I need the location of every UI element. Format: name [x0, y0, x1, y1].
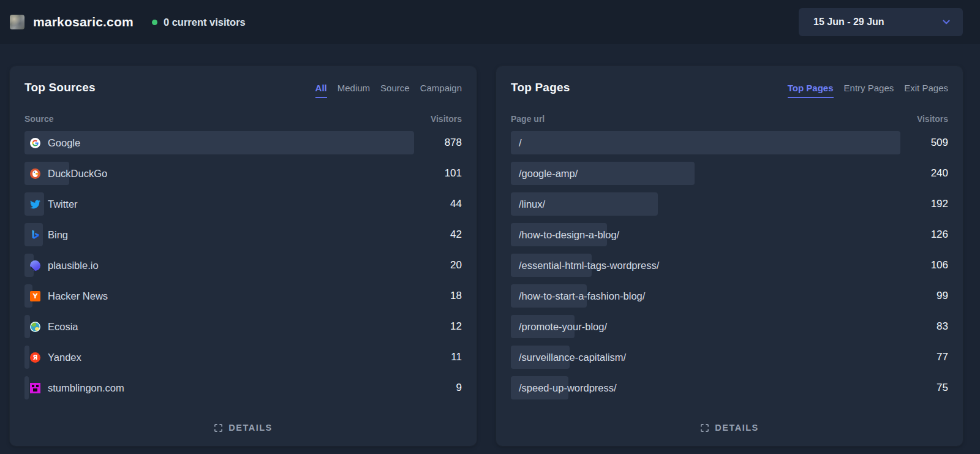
- row-visitors-value: 192: [931, 198, 948, 210]
- row-visitors-value: 878: [445, 137, 462, 149]
- column-header-visitors: Visitors: [431, 114, 462, 124]
- row-label: Google: [24, 137, 80, 149]
- top-bar: markosaric.com 0 current visitors 15 Jun…: [0, 0, 980, 44]
- expand-icon: [214, 423, 223, 433]
- page-row[interactable]: /essential-html-tags-wordpress/106: [511, 254, 948, 277]
- column-header-visitors: Visitors: [917, 114, 948, 124]
- row-label: Bing: [24, 229, 68, 241]
- date-range-label: 15 Jun - 29 Jun: [813, 17, 884, 28]
- row-visitors-value: 99: [937, 290, 948, 302]
- pages-row-list: /509/google-amp/240/linux/192/how-to-des…: [511, 131, 948, 399]
- chevron-down-icon: [941, 17, 952, 28]
- panel-title: Top Pages: [511, 81, 570, 94]
- source-row[interactable]: DuckDuckGo101: [24, 162, 462, 185]
- hackernews-favicon: Y: [30, 291, 40, 301]
- row-visitors-value: 106: [931, 259, 948, 271]
- expand-icon: [700, 423, 709, 433]
- page-row[interactable]: /google-amp/240: [511, 162, 948, 185]
- row-visitors-value: 42: [450, 229, 462, 241]
- tab-entry-pages[interactable]: Entry Pages: [844, 83, 894, 98]
- top-pages-header: Top Pages Top Pages Entry Pages Exit Pag…: [511, 81, 948, 98]
- ecosia-favicon: [30, 322, 40, 332]
- column-header-page-url: Page url: [511, 114, 545, 124]
- pages-details-button[interactable]: DETAILS: [511, 415, 948, 436]
- row-visitors-value: 75: [937, 382, 948, 394]
- twitter-favicon: [30, 199, 40, 210]
- page-row[interactable]: /how-to-design-a-blog/126: [511, 223, 948, 246]
- sources-row-list: Google878 DuckDuckGo101Twitter44Bing42 p…: [24, 131, 462, 399]
- site-switcher[interactable]: markosaric.com: [10, 15, 134, 29]
- duckduckgo-favicon: [30, 168, 40, 179]
- row-label: stumblingon.com: [24, 382, 124, 394]
- row-label: Twitter: [24, 199, 78, 210]
- page-row[interactable]: /speed-up-wordpress/75: [511, 376, 948, 399]
- row-label: /how-to-design-a-blog/: [511, 229, 619, 241]
- source-row[interactable]: Bing42: [24, 223, 462, 246]
- tab-exit-pages[interactable]: Exit Pages: [904, 83, 948, 98]
- row-label: /speed-up-wordpress/: [511, 382, 617, 394]
- row-label: /linux/: [511, 199, 545, 210]
- row-visitors-value: 20: [450, 259, 462, 271]
- top-sources-header: Top Sources All Medium Source Campaign: [24, 81, 462, 98]
- row-label: Ecosia: [24, 321, 78, 333]
- row-visitors-value: 83: [937, 320, 948, 333]
- details-label: DETAILS: [715, 423, 758, 433]
- row-visitors-value: 101: [445, 167, 462, 180]
- site-favicon-icon: [10, 15, 24, 29]
- row-visitors-value: 11: [451, 351, 462, 363]
- page-row[interactable]: /surveillance-capitalism/77: [511, 346, 948, 369]
- date-range-picker[interactable]: 15 Jun - 29 Jun: [799, 8, 963, 36]
- page-row[interactable]: /509: [511, 131, 948, 154]
- google-favicon: [30, 138, 40, 148]
- row-visitors-value: 12: [450, 320, 462, 333]
- row-visitors-value: 18: [450, 290, 462, 302]
- row-label: /google-amp/: [511, 168, 578, 180]
- tab-top-pages[interactable]: Top Pages: [788, 83, 834, 98]
- row-visitors-value: 509: [931, 137, 948, 149]
- site-name: markosaric.com: [33, 15, 134, 29]
- source-row[interactable]: Google878: [24, 131, 462, 154]
- stumblingon-favicon: [30, 383, 40, 393]
- source-row[interactable]: YHacker News18: [24, 284, 462, 308]
- sources-details-button[interactable]: DETAILS: [24, 415, 462, 436]
- page-row[interactable]: /linux/192: [511, 192, 948, 216]
- bing-favicon: [30, 230, 40, 240]
- dashboard-main: Top Sources All Medium Source Campaign S…: [0, 44, 980, 446]
- top-pages-panel: Top Pages Top Pages Entry Pages Exit Pag…: [496, 66, 963, 446]
- source-row[interactable]: Ecosia12: [24, 315, 462, 338]
- row-label: plausible.io: [24, 260, 99, 271]
- tab-all[interactable]: All: [315, 83, 327, 98]
- row-visitors-value: 77: [937, 351, 948, 363]
- plausible-favicon: [30, 260, 40, 271]
- current-visitors-link[interactable]: 0 current visitors: [152, 17, 246, 28]
- row-visitors-value: 9: [456, 382, 462, 394]
- row-bar: [511, 131, 900, 154]
- sources-tabs: All Medium Source Campaign: [315, 83, 462, 98]
- source-row[interactable]: plausible.io20: [24, 254, 462, 277]
- row-visitors-value: 126: [931, 229, 948, 241]
- column-header-source: Source: [24, 114, 53, 124]
- row-visitors-value: 44: [450, 198, 462, 210]
- source-row[interactable]: stumblingon.com9: [24, 376, 462, 399]
- source-row[interactable]: Twitter44: [24, 192, 462, 216]
- sources-column-headers: Source Visitors: [24, 114, 462, 124]
- page-row[interactable]: /how-to-start-a-fashion-blog/99: [511, 284, 948, 308]
- row-label: YHacker News: [24, 290, 108, 302]
- page-row[interactable]: /promote-your-blog/83: [511, 315, 948, 338]
- tab-campaign[interactable]: Campaign: [420, 83, 462, 98]
- live-status-dot-icon: [152, 20, 157, 25]
- pages-column-headers: Page url Visitors: [511, 114, 948, 124]
- row-visitors-value: 240: [931, 167, 948, 180]
- tab-medium[interactable]: Medium: [337, 83, 370, 98]
- tab-source[interactable]: Source: [380, 83, 410, 98]
- row-label: /surveillance-capitalism/: [511, 352, 626, 363]
- top-sources-panel: Top Sources All Medium Source Campaign S…: [10, 66, 477, 446]
- current-visitors-label: 0 current visitors: [164, 17, 246, 28]
- source-row[interactable]: ЯYandex11: [24, 346, 462, 369]
- row-label: /promote-your-blog/: [511, 321, 607, 333]
- row-label: /essential-html-tags-wordpress/: [511, 260, 659, 271]
- row-bar: [24, 131, 414, 154]
- row-label: /: [511, 137, 522, 149]
- row-label: ЯYandex: [24, 352, 81, 363]
- yandex-favicon: Я: [30, 352, 40, 363]
